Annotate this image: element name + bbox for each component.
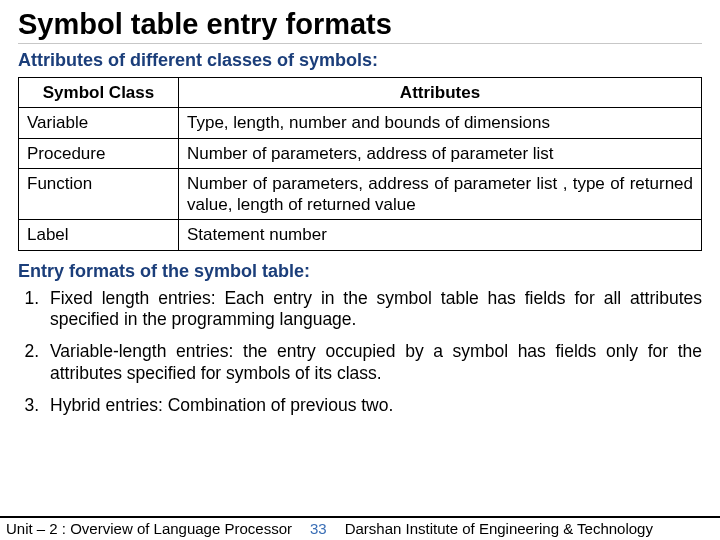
table-header-row: Symbol Class Attributes [19,78,702,108]
section-heading-formats: Entry formats of the symbol table: [18,261,702,282]
table-cell: Label [19,220,179,250]
slide-footer: Unit – 2 : Overview of Language Processo… [0,516,720,540]
slide-content: Symbol table entry formats Attributes of… [0,0,720,417]
list-item: Variable-length entries: the entry occup… [44,341,702,385]
symbol-class-table: Symbol Class Attributes Variable Type, l… [18,77,702,251]
footer-page-number: 33 [292,520,345,537]
table-cell: Number of parameters, address of paramet… [179,138,702,168]
formats-list: Fixed length entries: Each entry in the … [18,288,702,417]
footer-unit: Unit – 2 : Overview of Language Processo… [6,520,292,537]
table-cell: Procedure [19,138,179,168]
list-item: Hybrid entries: Combination of previous … [44,395,702,417]
table-header-attributes: Attributes [179,78,702,108]
table-row: Variable Type, length, number and bounds… [19,108,702,138]
table-cell: Statement number [179,220,702,250]
table-row: Procedure Number of parameters, address … [19,138,702,168]
table-cell: Variable [19,108,179,138]
footer-institute: Darshan Institute of Engineering & Techn… [345,520,714,537]
table-cell: Type, length, number and bounds of dimen… [179,108,702,138]
list-item: Fixed length entries: Each entry in the … [44,288,702,332]
page-title: Symbol table entry formats [18,8,702,44]
table-row: Label Statement number [19,220,702,250]
table-row: Function Number of parameters, address o… [19,168,702,220]
table-header-symbol-class: Symbol Class [19,78,179,108]
table-cell: Number of parameters, address of paramet… [179,168,702,220]
section-heading-attributes: Attributes of different classes of symbo… [18,50,702,71]
table-cell: Function [19,168,179,220]
